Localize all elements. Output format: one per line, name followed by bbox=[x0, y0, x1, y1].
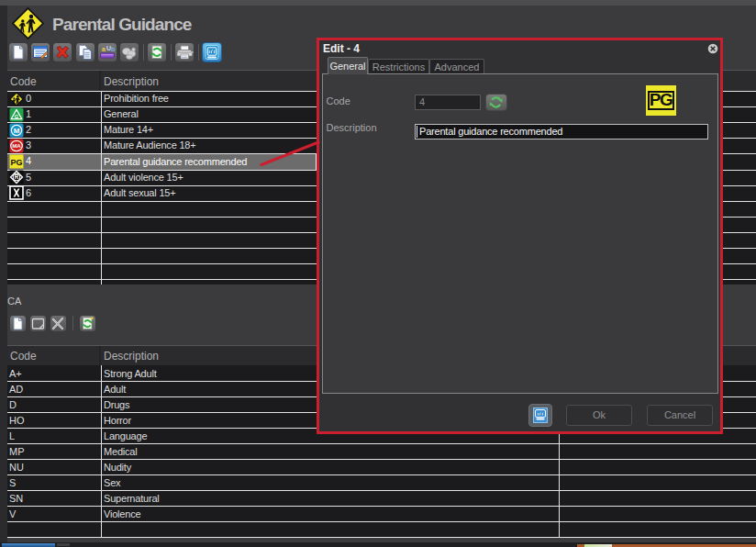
svg-text:b: b bbox=[111, 46, 115, 52]
svg-text:M: M bbox=[14, 127, 20, 135]
svg-text:MA: MA bbox=[12, 142, 21, 149]
svg-text:PG: PG bbox=[10, 158, 22, 167]
svg-text:a: a bbox=[102, 46, 106, 52]
svg-text:G: G bbox=[15, 114, 19, 119]
svg-text:R: R bbox=[15, 173, 19, 180]
